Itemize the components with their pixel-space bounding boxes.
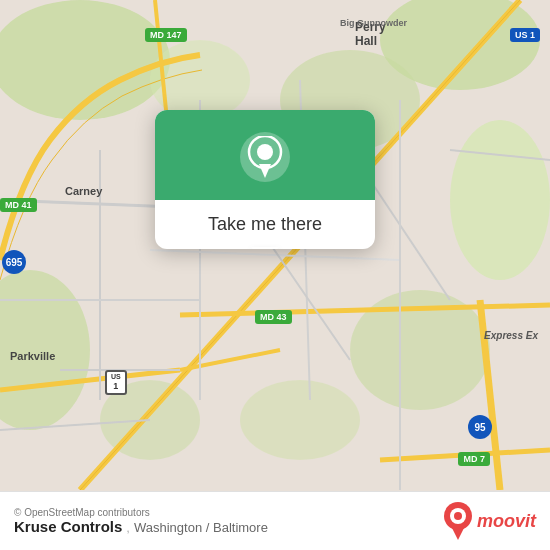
take-me-there-button[interactable]: Take me there [188,200,342,249]
us1-bottom-badge: US 1 [105,370,127,395]
md7-badge: MD 7 [458,452,490,466]
parkville-label: Parkville [10,350,55,362]
company-name: Kruse Controls [14,518,122,535]
location-pin-icon [247,136,283,178]
i695-badge: 695 [2,250,26,274]
carney-label: Carney [65,185,102,197]
popup-tail [251,247,279,249]
big-gunpowder-label: Big Gunpowder [340,18,407,28]
bottom-bar: © OpenStreetMap contributors Kruse Contr… [0,491,550,550]
i95-badge: 95 [468,415,492,439]
md41-badge: MD 41 [0,198,37,212]
moovit-text: moovit [477,511,536,532]
svg-marker-37 [451,526,465,540]
map-container: PerryHall Carney Parkville Big Gunpowder… [0,0,550,550]
moovit-logo: moovit [443,502,536,540]
attribution: © OpenStreetMap contributors [14,507,268,518]
bottom-left: © OpenStreetMap contributors Kruse Contr… [14,507,268,535]
svg-point-3 [450,120,550,280]
separator: , [126,520,130,535]
md43-badge: MD 43 [255,310,292,324]
popup-card[interactable]: Take me there [155,110,375,249]
svg-point-36 [454,512,462,520]
svg-point-32 [257,144,273,160]
express-label: Express Ex [484,330,538,341]
pin-icon-circle [240,132,290,182]
moovit-pin-icon [443,502,473,540]
popup-header [155,110,375,200]
us1-top-badge: US 1 [510,28,540,42]
city-name: Washington / Baltimore [134,520,268,535]
svg-marker-33 [259,164,271,178]
svg-point-7 [240,380,360,460]
md147-badge: MD 147 [145,28,187,42]
